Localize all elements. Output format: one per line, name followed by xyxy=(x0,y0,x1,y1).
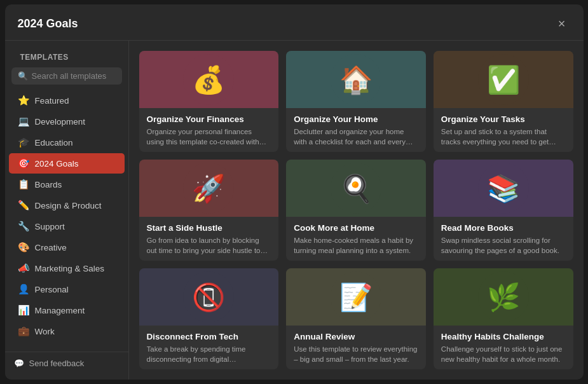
template-card[interactable]: 🚀 Start a Side Hustle Go from idea to la… xyxy=(139,160,279,261)
card-title: Start a Side Hustle xyxy=(147,223,271,233)
sidebar-item-icon: 🎓 xyxy=(18,137,29,148)
sidebar-item-icon: 📊 xyxy=(18,305,29,316)
feedback-link[interactable]: 💬 Send feedback xyxy=(14,359,120,368)
card-body: Disconnect From Tech Take a break by spe… xyxy=(139,326,279,369)
sidebar-item-development[interactable]: 💻 Development xyxy=(9,111,125,132)
sidebar-item-label: Work xyxy=(35,327,55,336)
sidebar-item-management[interactable]: 📊 Management xyxy=(9,300,125,320)
sidebar-item-2024-goals[interactable]: 🎯 2024 Goals xyxy=(9,153,125,174)
card-body: Start a Side Hustle Go from idea to laun… xyxy=(139,217,279,261)
sidebar-item-marketing-sales[interactable]: 📣 Marketing & Sales xyxy=(9,258,125,278)
card-description: Set up and stick to a system that tracks… xyxy=(441,127,566,147)
sidebar-item-featured[interactable]: ⭐ Featured xyxy=(9,90,125,111)
template-card[interactable]: 🏠 Organize Your Home Declutter and organ… xyxy=(286,51,426,152)
sidebar: Templates 🔍 ⭐ Featured 💻 Development 🎓 E… xyxy=(5,41,129,380)
sidebar-item-icon: 🎨 xyxy=(18,242,29,253)
sidebar-item-support[interactable]: 🔧 Support xyxy=(9,216,125,237)
card-body: Organize Your Finances Organize your per… xyxy=(139,108,279,152)
card-title: Read More Books xyxy=(441,223,566,233)
template-card[interactable]: 🌿 Healthy Habits Challenge Challenge you… xyxy=(434,268,573,369)
sidebar-section-title: Templates xyxy=(11,49,78,64)
sidebar-footer: 💬 Send feedback xyxy=(5,352,128,374)
card-thumbnail: 🌿 xyxy=(478,271,529,322)
card-image: 🏠 xyxy=(286,51,426,108)
sidebar-item-icon: ✏️ xyxy=(18,200,29,211)
sidebar-item-label: Featured xyxy=(35,96,69,106)
card-thumbnail: 💰 xyxy=(183,54,234,105)
template-card[interactable]: 📚 Read More Books Swap mindless social s… xyxy=(434,160,573,261)
search-icon: 🔍 xyxy=(18,71,28,81)
card-description: Declutter and organize your home with a … xyxy=(294,127,418,147)
sidebar-item-design-product[interactable]: ✏️ Design & Product xyxy=(9,195,125,216)
card-body: Healthy Habits Challenge Challenge yours… xyxy=(434,326,573,369)
feedback-icon: 💬 xyxy=(14,359,24,368)
sidebar-item-label: Support xyxy=(35,222,65,231)
card-thumbnail: 🚀 xyxy=(183,163,234,214)
sidebar-item-label: Education xyxy=(35,138,73,147)
sidebar-item-work[interactable]: 💼 Work xyxy=(9,321,125,341)
sidebar-item-icon: 📋 xyxy=(18,179,29,190)
feedback-label: Send feedback xyxy=(29,359,85,368)
sidebar-item-label: Management xyxy=(35,306,85,315)
card-image: 📝 xyxy=(286,268,426,326)
template-card[interactable]: 💰 Organize Your Finances Organize your p… xyxy=(139,51,279,152)
card-description: Make home-cooked meals a habit by turnin… xyxy=(294,235,418,256)
card-thumbnail: ✅ xyxy=(478,54,529,105)
sidebar-item-icon: 💻 xyxy=(18,116,29,127)
card-body: Cook More at Home Make home-cooked meals… xyxy=(286,217,426,261)
modal-body: Templates 🔍 ⭐ Featured 💻 Development 🎓 E… xyxy=(5,41,584,380)
card-image: 🌿 xyxy=(434,268,573,326)
search-input[interactable] xyxy=(32,71,116,81)
sidebar-item-icon: 🎯 xyxy=(18,158,29,169)
modal-header: 2024 Goals × xyxy=(5,4,584,41)
sidebar-item-education[interactable]: 🎓 Education xyxy=(9,132,125,153)
card-body: Annual Review Use this template to revie… xyxy=(286,326,426,369)
sidebar-item-icon: 👤 xyxy=(18,284,29,295)
card-title: Cook More at Home xyxy=(294,223,418,233)
sidebar-item-label: 2024 Goals xyxy=(35,159,79,168)
sidebar-item-icon: ⭐ xyxy=(18,95,29,106)
card-description: Go from idea to launch by blocking out t… xyxy=(147,235,271,256)
card-thumbnail: 📝 xyxy=(331,271,381,322)
card-image: 🚀 xyxy=(139,160,279,217)
template-card[interactable]: 🍳 Cook More at Home Make home-cooked mea… xyxy=(286,160,426,261)
card-image: 🍳 xyxy=(286,160,426,217)
card-title: Organize Your Finances xyxy=(147,114,271,124)
card-thumbnail: 🏠 xyxy=(331,54,381,105)
card-image: ✅ xyxy=(434,51,573,108)
sidebar-item-label: Boards xyxy=(35,180,62,189)
template-cards-grid: 💰 Organize Your Finances Organize your p… xyxy=(129,41,584,380)
sidebar-item-personal[interactable]: 👤 Personal xyxy=(9,279,125,299)
close-button[interactable]: × xyxy=(553,15,571,32)
card-thumbnail: 🍳 xyxy=(331,163,381,214)
search-box[interactable]: 🔍 xyxy=(11,67,122,85)
sidebar-item-icon: 💼 xyxy=(18,326,29,337)
sidebar-item-creative[interactable]: 🎨 Creative xyxy=(9,237,125,257)
template-card[interactable]: 📵 Disconnect From Tech Take a break by s… xyxy=(139,268,279,369)
sidebar-item-label: Marketing & Sales xyxy=(35,264,105,273)
template-card[interactable]: ✅ Organize Your Tasks Set up and stick t… xyxy=(434,51,573,152)
sidebar-item-label: Personal xyxy=(35,285,69,294)
card-image: 📵 xyxy=(139,268,279,326)
template-card[interactable]: 📝 Annual Review Use this template to rev… xyxy=(286,268,426,369)
card-title: Healthy Habits Challenge xyxy=(441,332,566,341)
card-title: Annual Review xyxy=(294,332,418,341)
card-body: Organize Your Tasks Set up and stick to … xyxy=(434,108,573,152)
card-description: Organize your personal finances using th… xyxy=(147,127,271,147)
card-description: Swap mindless social scrolling for savou… xyxy=(441,235,566,256)
sidebar-item-label: Design & Product xyxy=(35,201,102,210)
sidebar-item-boards[interactable]: 📋 Boards xyxy=(9,174,125,195)
sidebar-item-icon: 🔧 xyxy=(18,221,29,232)
card-description: Challenge yourself to stick to just one … xyxy=(441,344,566,364)
card-title: Organize Your Home xyxy=(294,114,418,124)
card-description: Take a break by spending time disconnect… xyxy=(147,344,271,364)
card-image: 💰 xyxy=(139,51,279,108)
card-title: Organize Your Tasks xyxy=(441,114,566,124)
card-image: 📚 xyxy=(434,160,573,217)
sidebar-item-icon: 📣 xyxy=(18,263,29,274)
card-body: Organize Your Home Declutter and organiz… xyxy=(286,108,426,152)
modal-title: 2024 Goals xyxy=(18,17,78,31)
sidebar-items-list: ⭐ Featured 💻 Development 🎓 Education 🎯 2… xyxy=(5,90,128,342)
sidebar-item-label: Creative xyxy=(35,243,67,252)
card-title: Disconnect From Tech xyxy=(147,332,271,341)
